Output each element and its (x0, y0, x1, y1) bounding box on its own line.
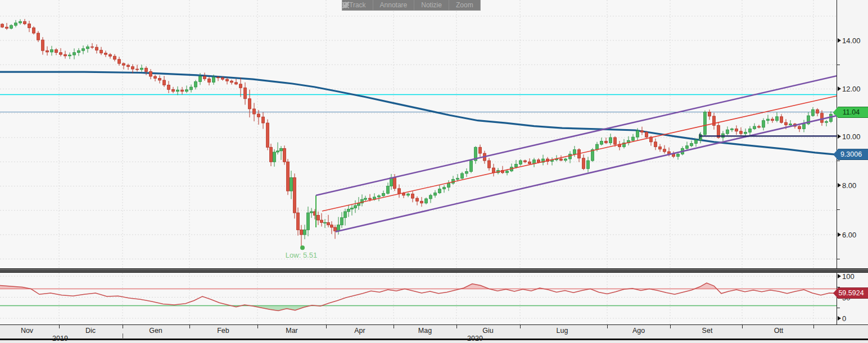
panel-splitter[interactable] (0, 268, 868, 273)
candle-body (434, 193, 437, 195)
price-axis-label: 10.00 (842, 132, 861, 141)
month-label[interactable]: Ott (774, 327, 784, 335)
candle-body (15, 23, 17, 25)
month-label[interactable]: Giu (482, 327, 493, 335)
year-label: 2020 (467, 335, 483, 342)
candle-body (132, 67, 134, 69)
oscillator-axis-label: 0 (842, 314, 846, 323)
month-label[interactable]: Gen (149, 327, 162, 335)
candle (287, 159, 290, 195)
candle-body (825, 121, 828, 122)
candle-body (208, 79, 211, 82)
time-axis-tick (813, 325, 814, 328)
time-axis-tick (394, 325, 394, 328)
candle-body (416, 198, 419, 201)
low-marker-dot (300, 245, 305, 250)
oscillator-background (0, 273, 837, 324)
month-label[interactable]: Apr (354, 327, 365, 335)
time-axis-tick (257, 325, 258, 328)
candle-body (798, 126, 801, 129)
candle-body (686, 146, 689, 149)
candle-body (596, 144, 599, 150)
month-label[interactable]: Feb (217, 327, 229, 335)
candle-body (96, 47, 98, 50)
time-axis-baseline (0, 339, 868, 340)
news-button-label: Notizie (421, 1, 442, 9)
magnifier-icon (342, 2, 349, 8)
month-label[interactable]: Nov (21, 327, 33, 335)
candle-body (186, 90, 188, 92)
time-axis-tick (189, 325, 190, 328)
time-axis-tick (456, 325, 457, 328)
month-label[interactable]: Lug (557, 327, 568, 335)
candle-body (430, 195, 432, 199)
candle-body (150, 71, 152, 76)
price-axis-minor-tick (837, 161, 840, 161)
candle-body (515, 164, 518, 167)
price-axis-minor-tick (837, 209, 840, 210)
candle-body (177, 90, 179, 92)
candle-body (290, 177, 293, 191)
candle-body (767, 119, 770, 121)
candle-body (524, 161, 527, 162)
time-axis-tick (607, 325, 608, 328)
oscillator-axis-minor-tick (837, 287, 840, 287)
oscillator-canvas[interactable] (0, 273, 837, 324)
annotate-button[interactable]: Annotare (373, 0, 415, 10)
candle-body (82, 49, 85, 51)
candle-body (145, 68, 148, 71)
chart-background (0, 0, 837, 268)
candle-body (605, 141, 608, 143)
candle-body (564, 159, 567, 161)
time-axis-tick (326, 325, 327, 328)
news-button[interactable]: Notizie (414, 0, 449, 10)
price-chart-canvas[interactable] (0, 0, 837, 268)
candle-body (199, 76, 202, 82)
candle-body (310, 212, 313, 213)
candle-body (204, 76, 206, 79)
candle-body (645, 132, 648, 137)
candle-body (10, 25, 13, 28)
candle-body (582, 158, 585, 169)
candle-body (659, 147, 662, 149)
month-label[interactable]: Mag (418, 327, 432, 335)
candle-body (334, 227, 337, 231)
zoom-button-label: Zoom (456, 1, 473, 9)
candle (293, 173, 296, 218)
candle-body (60, 53, 62, 54)
candle-body (821, 113, 824, 122)
axis-tick-arrow (838, 274, 841, 278)
candle-body (780, 117, 783, 122)
candle (645, 131, 648, 139)
candle-body (226, 79, 229, 81)
candle-body (235, 83, 238, 84)
month-label[interactable]: Set (702, 327, 713, 335)
candle-body (42, 40, 44, 51)
candle-body (412, 194, 414, 198)
candle-body (213, 77, 215, 83)
candle-body (307, 213, 310, 230)
track-button-label: Track (349, 1, 366, 9)
candle-body (632, 137, 635, 140)
candle-body (726, 130, 729, 134)
time-axis-tick (670, 325, 671, 328)
candle-body (168, 85, 170, 90)
month-label[interactable]: Mar (286, 327, 298, 335)
candle-body (19, 21, 22, 23)
candle-body (398, 189, 401, 194)
year-separator (123, 333, 123, 339)
zoom-button[interactable]: Zoom (449, 0, 480, 10)
candle-body (87, 47, 89, 48)
candle-body (163, 80, 166, 85)
candle-body (663, 149, 666, 152)
candle-body (73, 53, 76, 55)
time-axis[interactable]: NovDicGenFebMarAprMagGiuLugAgoSetOtt2019… (0, 324, 868, 343)
candle-body (55, 49, 58, 52)
month-label[interactable]: Dic (85, 327, 96, 335)
candle-body (654, 142, 657, 147)
candle-body (280, 148, 283, 150)
price-axis[interactable]: 14.0012.0010.008.006.00 (837, 0, 868, 268)
candle-body (331, 225, 333, 227)
candle-body (91, 47, 94, 47)
month-label[interactable]: Ago (632, 327, 645, 335)
